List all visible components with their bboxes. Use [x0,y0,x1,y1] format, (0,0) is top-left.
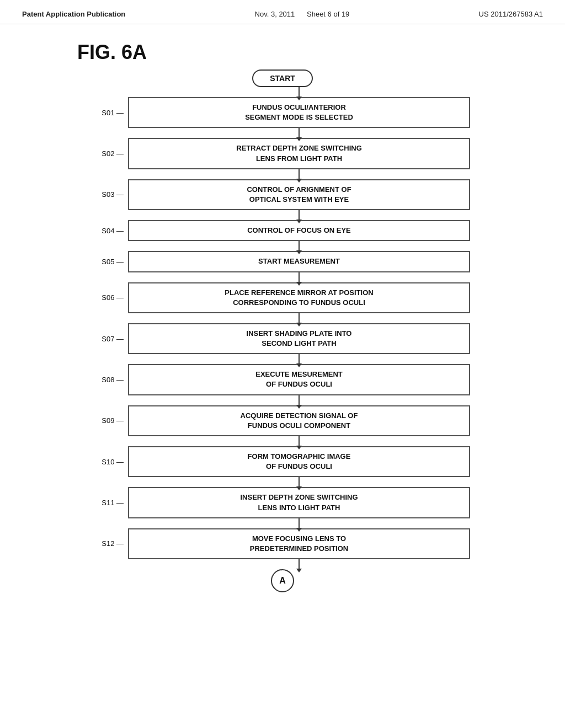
arrow-6 [95,313,470,323]
step-label-s09: S09 — [95,416,124,425]
arrow-7 [95,354,470,364]
step-label-s02: S02 — [95,149,124,158]
header-sheet: Sheet 6 of 19 [307,10,349,18]
step-row-s10: S10 — FORM TOMOGRAPHIC IMAGEOF FUNDUS OC… [95,446,470,477]
header-date: Nov. 3, 2011 [255,10,295,18]
step-row-s11: S11 — INSERT DEPTH ZONE SWITCHINGLENS IN… [95,487,470,518]
step-row-s06: S06 — PLACE REFERENCE MIRROR AT POSITION… [95,282,470,313]
header-date-sheet: Nov. 3, 2011 Sheet 6 of 19 [255,10,350,18]
step-label-s11: S11 — [95,499,124,507]
step-row-s07: S07 — INSERT SHADING PLATE INTOSECOND LI… [95,323,470,354]
arrow-12 [95,559,470,569]
step-box-s10: FORM TOMOGRAPHIC IMAGEOF FUNDUS OCULI [128,446,470,477]
start-node: START [252,69,313,87]
step-box-s08: EXECUTE MESUREMENTOF FUNDUS OCULI [128,364,470,395]
step-row-s04: S04 — CONTROL OF FOCUS ON EYE [95,220,470,241]
step-box-s01: FUNDUS OCULI/ANTERIORSEGMENT MODE IS SEL… [128,97,470,128]
step-label-s05: S05 — [95,258,124,266]
step-label-s08: S08 — [95,376,124,384]
end-connector-a: A [271,569,294,592]
step-row-s09: S09 — ACQUIRE DETECTION SIGNAL OFFUNDUS … [95,405,470,436]
main-content: FIG. 6A START S01 — FUNDUS OCULI/ANTERIO… [0,24,565,592]
arrow-0 [95,87,470,97]
figure-label: FIG. 6A [77,41,147,64]
arrow-2 [95,169,470,179]
step-label-s10: S10 — [95,458,124,466]
step-box-s06: PLACE REFERENCE MIRROR AT POSITIONCORRES… [128,282,470,313]
flowchart: START S01 — FUNDUS OCULI/ANTERIORSEGMENT… [95,69,470,592]
step-box-s07: INSERT SHADING PLATE INTOSECOND LIGHT PA… [128,323,470,354]
step-box-s02: RETRACT DEPTH ZONE SWITCHINGLENS FROM LI… [128,138,470,169]
page-header: Patent Application Publication Nov. 3, 2… [0,0,565,24]
arrow-11 [95,518,470,528]
header-publication-label: Patent Application Publication [22,10,125,18]
arrow-5 [95,272,470,282]
step-row-s12: S12 — MOVE FOCUSING LENS TOPREDETERMINED… [95,528,470,559]
step-row-s03: S03 — CONTROL OF ARIGNMENT OFOPTICAL SYS… [95,179,470,210]
arrow-4 [95,241,470,251]
arrow-10 [95,477,470,487]
step-label-s04: S04 — [95,227,124,235]
step-row-s05: S05 — START MEASUREMENT [95,251,470,272]
step-box-s12: MOVE FOCUSING LENS TOPREDETERMINED POSIT… [128,528,470,559]
arrow-8 [95,395,470,405]
step-label-s07: S07 — [95,335,124,343]
step-row-s08: S08 — EXECUTE MESUREMENTOF FUNDUS OCULI [95,364,470,395]
step-box-s03: CONTROL OF ARIGNMENT OFOPTICAL SYSTEM WI… [128,179,470,210]
arrow-1 [95,128,470,138]
step-label-s06: S06 — [95,293,124,302]
arrow-9 [95,436,470,446]
step-box-s09: ACQUIRE DETECTION SIGNAL OFFUNDUS OCULI … [128,405,470,436]
step-box-s11: INSERT DEPTH ZONE SWITCHINGLENS INTO LIG… [128,487,470,518]
header-patent-number: US 2011/267583 A1 [479,10,543,18]
step-row-s02: S02 — RETRACT DEPTH ZONE SWITCHINGLENS F… [95,138,470,169]
arrow-3 [95,210,470,220]
step-label-s03: S03 — [95,190,124,199]
step-label-s12: S12 — [95,539,124,548]
step-label-s01: S01 — [95,109,124,117]
step-row-s01: S01 — FUNDUS OCULI/ANTERIORSEGMENT MODE … [95,97,470,128]
